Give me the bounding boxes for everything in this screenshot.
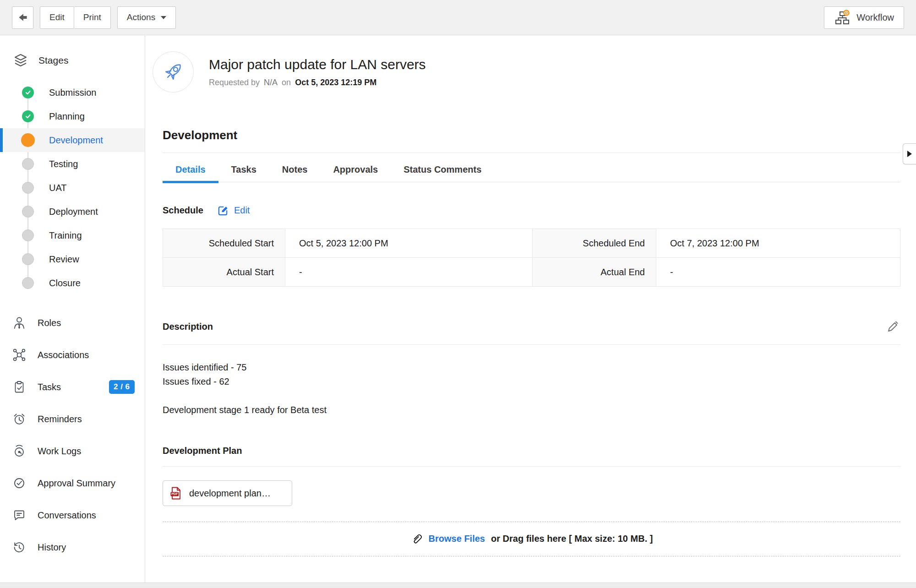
edit-button[interactable]: Edit (40, 6, 74, 29)
stage-item-deployment[interactable]: Deployment (0, 200, 145, 223)
schedule-header: Schedule Edit (163, 204, 900, 217)
sidebar-item-work-logs[interactable]: Work Logs (0, 435, 145, 467)
associations-icon (12, 348, 26, 362)
stage-active-dot (21, 133, 35, 147)
tab-tasks[interactable]: Tasks (218, 158, 269, 182)
tab-details[interactable]: Details (163, 158, 218, 182)
tasks-icon (12, 380, 26, 394)
development-plan-heading: Development Plan (163, 446, 900, 456)
actual-start-label: Actual Start (163, 258, 285, 287)
stage-item-closure[interactable]: Closure (0, 271, 145, 295)
back-button[interactable] (12, 6, 33, 29)
stage-label: Training (49, 230, 82, 241)
stage-pending-dot (22, 182, 34, 194)
sidebar: Stages Submission Planning Development T… (0, 36, 145, 583)
sidebar-item-conversations[interactable]: Conversations (0, 499, 145, 531)
stage-item-uat[interactable]: UAT (0, 176, 145, 200)
edit-button-label: Edit (49, 12, 65, 22)
stage-item-submission[interactable]: Submission (0, 81, 145, 104)
table-row: Actual Start - Actual End - (163, 258, 900, 287)
horizontal-scrollbar[interactable] (0, 583, 916, 588)
requester-value: N/A (264, 78, 278, 87)
top-toolbar: Edit Print Actions Workflow (0, 0, 916, 35)
attachment-chip[interactable]: PDF development plan… (163, 480, 292, 506)
on-label: on (282, 78, 291, 87)
requested-date: Oct 5, 2023 12:19 PM (295, 78, 376, 87)
tab-status-comments[interactable]: Status Comments (391, 158, 494, 182)
description-line: Development stage 1 ready for Beta test (163, 403, 900, 417)
scheduled-end-label: Scheduled End (533, 229, 656, 258)
entity-header: Major patch update for LAN servers Reque… (146, 35, 916, 93)
sidebar-item-history[interactable]: History (0, 531, 145, 563)
sidebar-item-reminders[interactable]: Reminders (0, 403, 145, 435)
description-edit-button[interactable] (885, 319, 900, 334)
title-block: Major patch update for LAN servers Reque… (209, 57, 426, 87)
tab-approvals[interactable]: Approvals (320, 158, 391, 182)
avatar (153, 51, 194, 93)
stage-label: Planning (49, 111, 85, 122)
tasks-count-badge: 2 / 6 (109, 380, 135, 394)
workflow-label: Workflow (856, 12, 894, 23)
scheduled-start-label: Scheduled Start (163, 229, 285, 258)
divider (163, 466, 900, 467)
expand-right-icon (907, 151, 912, 157)
sidebar-item-label: Associations (38, 350, 89, 360)
actual-end-value: - (656, 258, 900, 287)
rocket-icon (160, 59, 186, 85)
sidebar-item-label: History (38, 542, 66, 553)
stage-item-planning[interactable]: Planning (0, 104, 145, 128)
stage-content: Development Details Tasks Notes Approval… (146, 128, 916, 556)
description-heading: Description (163, 321, 213, 332)
pdf-file-icon: PDF (169, 486, 182, 500)
actual-end-label: Actual End (533, 258, 656, 287)
sidebar-item-roles[interactable]: Roles (0, 307, 145, 339)
actual-start-value: - (285, 258, 533, 287)
sidebar-item-associations[interactable]: Associations (0, 339, 145, 371)
description-header: Description (163, 319, 900, 334)
pencil-icon (885, 319, 900, 334)
divider (163, 152, 900, 153)
stage-label: UAT (49, 183, 67, 193)
stage-item-review[interactable]: Review (0, 247, 145, 271)
tab-notes[interactable]: Notes (269, 158, 321, 182)
sidebar-item-approval-summary[interactable]: Approval Summary (0, 467, 145, 499)
stage-label: Review (49, 254, 79, 265)
schedule-edit-button[interactable]: Edit (217, 204, 250, 217)
stage-item-development[interactable]: Development (0, 128, 145, 152)
stage-item-testing[interactable]: Testing (0, 152, 145, 176)
file-drop-zone[interactable]: Browse Files or Drag files here [ Max si… (163, 522, 900, 556)
page-title: Major patch update for LAN servers (209, 57, 426, 72)
workflow-button[interactable]: Workflow (824, 6, 904, 29)
schedule-table: Scheduled Start Oct 5, 2023 12:00 PM Sch… (163, 229, 900, 287)
workflow-icon (834, 9, 851, 26)
reminders-icon (12, 412, 26, 426)
table-row: Scheduled Start Oct 5, 2023 12:00 PM Sch… (163, 229, 900, 258)
stage-pending-dot (22, 158, 34, 170)
conversations-icon (12, 508, 26, 522)
back-arrow-icon (17, 12, 28, 23)
stages-title: Stages (38, 55, 68, 66)
print-button[interactable]: Print (74, 6, 111, 29)
stage-label: Testing (49, 159, 78, 169)
sidebar-item-label: Tasks (38, 382, 61, 392)
paperclip-icon (410, 533, 423, 545)
schedule-edit-label: Edit (234, 205, 250, 216)
stage-label: Submission (49, 87, 96, 98)
edit-print-group: Edit Print (40, 6, 111, 29)
stage-pending-dot (22, 253, 34, 265)
stage-label: Development (49, 135, 103, 146)
actions-dropdown[interactable]: Actions (117, 6, 176, 29)
roles-icon (12, 316, 26, 330)
stage-pending-dot (22, 229, 34, 241)
layers-icon (12, 52, 29, 69)
history-icon (12, 540, 26, 554)
stage-item-training[interactable]: Training (0, 223, 145, 247)
stage-label: Deployment (49, 207, 98, 217)
browse-files-link[interactable]: Browse Files (429, 534, 485, 544)
sidebar-item-tasks[interactable]: Tasks 2 / 6 (0, 371, 145, 403)
panel-expand-tab[interactable] (903, 143, 916, 164)
attachment-file-label: development plan… (189, 488, 271, 499)
sidebar-item-label: Work Logs (38, 446, 81, 457)
stage-section-title: Development (163, 128, 900, 142)
stages-header: Stages (0, 36, 145, 81)
